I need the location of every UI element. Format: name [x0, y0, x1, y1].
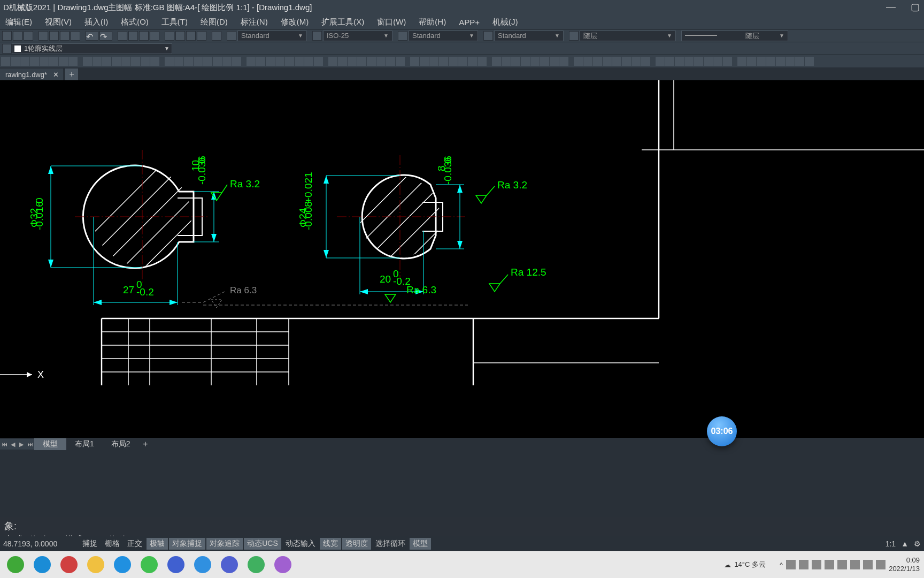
taskbar-ie[interactable] [109, 553, 136, 576]
dimstyle-icon[interactable] [312, 31, 322, 41]
tool-icon-56[interactable] [574, 57, 583, 66]
grid1-icon[interactable] [165, 31, 174, 41]
tool-icon-47[interactable] [478, 57, 487, 66]
tool-icon-35[interactable] [357, 57, 366, 66]
tool-icon-53[interactable] [540, 57, 549, 66]
tab-layout2[interactable]: 布局2 [103, 438, 139, 450]
tray-icon-3[interactable] [812, 560, 821, 569]
tool-icon-49[interactable] [502, 57, 511, 66]
mleader-combo[interactable]: Standard▼ [494, 31, 564, 41]
taskbar-app-8[interactable] [189, 553, 216, 576]
tool-icon-60[interactable] [612, 57, 621, 66]
tool-icon-43[interactable] [439, 57, 448, 66]
menu-tools[interactable]: 工具(T) [161, 17, 188, 27]
tablestyle-combo[interactable]: Standard▼ [409, 31, 478, 41]
redo-icon[interactable]: ↷ [99, 31, 112, 41]
tool-icon-6[interactable] [59, 57, 68, 66]
tool-icon-63[interactable] [641, 57, 650, 66]
tool-icon-27[interactable] [275, 57, 284, 66]
tool-icon-66[interactable] [675, 57, 684, 66]
minimize-button[interactable]: — [886, 1, 896, 13]
tool-icon-37[interactable] [376, 57, 386, 66]
tool-icon-54[interactable] [550, 57, 559, 66]
tool-icon-74[interactable] [757, 57, 766, 66]
status-对象追踪[interactable]: 对象追踪 [206, 538, 243, 550]
tool-icon-64[interactable] [656, 57, 665, 66]
drawing-canvas[interactable]: X Φ32 0 -0.016 [0, 80, 924, 438]
tool-icon-48[interactable] [492, 57, 501, 66]
taskbar-wechat[interactable] [136, 553, 163, 576]
menu-mech[interactable]: 机械(J) [492, 17, 518, 27]
status-icon-2[interactable]: ⚙ [914, 539, 921, 548]
menu-help[interactable]: 帮助(H) [419, 17, 446, 27]
tool-icon-0[interactable] [1, 57, 10, 66]
status-线宽[interactable]: 线宽 [320, 538, 341, 550]
tool-icon-3[interactable] [30, 57, 39, 66]
tab-nav-prev[interactable]: ◀ [9, 439, 17, 450]
status-选择循环[interactable]: 选择循环 [372, 538, 409, 550]
tool-icon-15[interactable] [150, 57, 159, 66]
taskbar-app-1[interactable] [2, 553, 29, 576]
close-tab-icon[interactable]: ✕ [53, 71, 59, 79]
tool-icon-12[interactable] [121, 57, 130, 66]
tool-icon-33[interactable] [338, 57, 347, 66]
tool-icon-34[interactable] [348, 57, 357, 66]
tool-icon-57[interactable] [583, 57, 592, 66]
tray-volume-icon[interactable] [837, 560, 847, 569]
tool-icon-7[interactable] [68, 57, 78, 66]
tool-icon-65[interactable] [665, 57, 674, 66]
textstyle-combo[interactable]: Standard▼ [237, 31, 307, 41]
status-正交[interactable]: 正交 [124, 538, 145, 550]
menu-draw[interactable]: 绘图(D) [201, 17, 228, 27]
menu-format[interactable]: 格式(O) [121, 17, 149, 27]
tool-icon-40[interactable] [410, 57, 419, 66]
taskbar-app-3[interactable] [56, 553, 82, 576]
tool-icon-59[interactable] [603, 57, 612, 66]
tool-icon-2[interactable] [20, 57, 29, 66]
grid3-icon[interactable] [186, 31, 196, 41]
grid2-icon[interactable] [175, 31, 185, 41]
weather-widget[interactable]: ☁ 14°C 多云 [724, 560, 766, 569]
taskbar-app-9[interactable] [216, 553, 243, 576]
tool-icon-38[interactable] [386, 57, 395, 66]
status-动态输入[interactable]: 动态输入 [282, 538, 319, 550]
tool-icon-20[interactable] [203, 57, 212, 66]
dimstyle-combo[interactable]: ISO-25▼ [323, 31, 392, 41]
file-tab[interactable]: rawing1.dwg* ✕ [0, 69, 63, 80]
tool-icon-50[interactable] [511, 57, 520, 66]
menu-modify[interactable]: 修改(M) [281, 17, 309, 27]
status-scale[interactable]: 1:1 [886, 539, 896, 548]
props-icon[interactable] [212, 31, 221, 41]
tool-icon-68[interactable] [694, 57, 703, 66]
tool-icon-11[interactable] [112, 57, 121, 66]
zoomwin-icon[interactable] [139, 31, 149, 41]
tray-icon-8[interactable] [876, 560, 886, 569]
tool-icon-19[interactable] [194, 57, 203, 66]
plotstyle-combo[interactable]: 随层▼ [580, 31, 676, 41]
layer-combo[interactable]: 1轮廓实线层 ▼ [12, 43, 172, 54]
status-极轴[interactable]: 极轴 [147, 538, 168, 550]
tool-icon-4[interactable] [40, 57, 49, 66]
tray-up-icon[interactable]: ^ [780, 561, 783, 569]
tool-icon-22[interactable] [222, 57, 232, 66]
menu-express[interactable]: 扩展工具(X) [321, 17, 364, 27]
tool-icon-44[interactable] [449, 57, 458, 66]
tool-icon-55[interactable] [559, 57, 568, 66]
save-icon[interactable] [24, 31, 33, 41]
tool-icon-29[interactable] [295, 57, 304, 66]
copy-icon[interactable] [49, 31, 59, 41]
tool-icon-58[interactable] [593, 57, 602, 66]
tool-icon-72[interactable] [737, 57, 746, 66]
paste-icon[interactable] [60, 31, 70, 41]
tool-icon-42[interactable] [429, 57, 438, 66]
mleader-icon[interactable] [483, 31, 493, 41]
status-icon-1[interactable]: ▲ [901, 539, 908, 548]
open-icon[interactable] [13, 31, 22, 41]
tool-icon-73[interactable] [747, 57, 756, 66]
tool-icon-36[interactable] [367, 57, 376, 66]
tool-icon-32[interactable] [328, 57, 337, 66]
tool-icon-8[interactable] [83, 57, 92, 66]
tool-icon-30[interactable] [304, 57, 313, 66]
tool-icon-79[interactable] [805, 57, 814, 66]
tool-icon-46[interactable] [468, 57, 477, 66]
